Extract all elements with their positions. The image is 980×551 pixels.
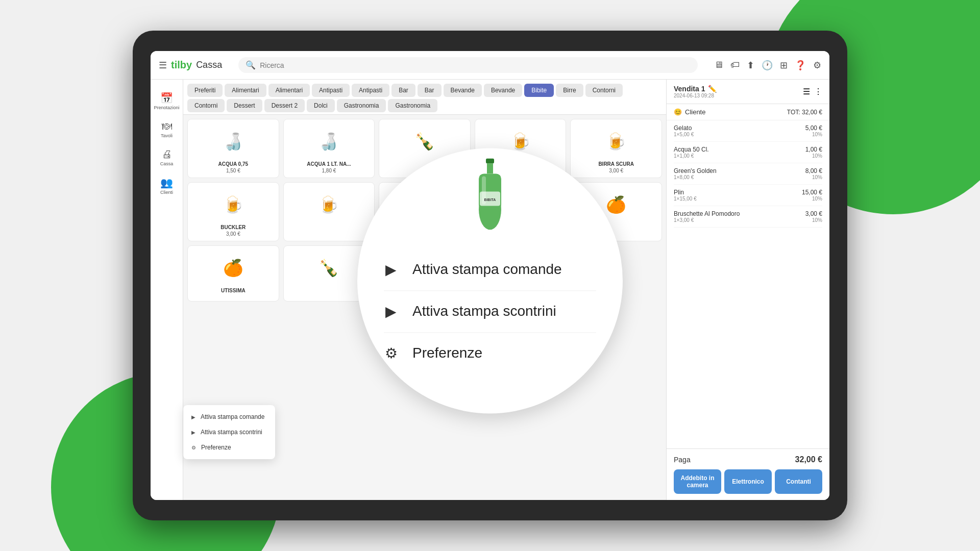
order-footer: Paga 32,00 € Addebito in camera Elettron…	[667, 448, 829, 500]
product-price-birra-scura: 3,00 €	[609, 168, 623, 173]
arrow-icon-1: ▶	[191, 414, 195, 420]
circle-menu-stampa-scontrini[interactable]: ▶ Attiva stampa scontrini	[357, 291, 623, 332]
tablet-device: ☰ tilby Cassa 🔍 🖥 🏷 ⬆ 🕐 ⊞ ❓ ⚙	[133, 31, 847, 520]
upload-icon[interactable]: ⬆	[747, 60, 754, 71]
help-icon[interactable]: ❓	[795, 60, 806, 71]
cat-dessert-1[interactable]: Dessert	[227, 99, 262, 112]
product-price-acqua1lt: 1,80 €	[322, 168, 336, 173]
tot-label: TOT: 32,00 €	[787, 109, 822, 116]
svg-rect-5	[480, 191, 500, 206]
cat-dessert-2[interactable]: Dessert 2	[264, 99, 305, 112]
left-sidebar: 📅 Prenotazioni 🍽 Tavoli 🖨 Cassa 👥 Client…	[151, 80, 183, 500]
search-bar[interactable]: 🔍	[238, 57, 698, 73]
cliente-label: 😊 Cliente	[674, 108, 705, 116]
printer-icon: 🖨	[162, 148, 172, 160]
cat-gastronomia-1[interactable]: Gastronomia	[337, 99, 386, 112]
circle-label-3: Preferenze	[412, 345, 482, 361]
cat-antipasti-1[interactable]: Antipasti	[312, 84, 350, 97]
order-header: Vendita 1 ✏️ 2024-06-13 09:28 ☰ ⋮	[667, 80, 829, 104]
item-name-bruschette: Bruschette Al Pomodoro	[674, 210, 740, 217]
product-buckler[interactable]: 🍺 BUCKLER 3,00 €	[187, 182, 279, 241]
dropdown-item-stampa-comande-small[interactable]: ▶ Attiva stampa comande	[183, 409, 275, 424]
order-item-plin[interactable]: Plin 1×15,00 € 15,00 € 10%	[674, 185, 822, 206]
cat-contorni-1[interactable]: Contorni	[585, 84, 623, 97]
order-more-icon[interactable]: ⋮	[814, 87, 822, 96]
item-detail-greens: 1×8,00 €	[674, 174, 717, 180]
sidebar-item-prenotazioni[interactable]: 📅 Prenotazioni	[153, 88, 181, 114]
grid-icon[interactable]: ⊞	[780, 60, 788, 71]
bottle-svg: BIBITA	[475, 158, 505, 230]
item-price-bruschette: 3,00 €	[805, 210, 822, 217]
hamburger-icon[interactable]: ☰	[159, 60, 167, 71]
cat-preferiti[interactable]: Preferiti	[187, 84, 223, 97]
item-tax-plin: 10%	[802, 196, 822, 202]
circle-menu-stampa-comande[interactable]: ▶ Attiva stampa comande	[357, 249, 623, 290]
item-tax-bruschette: 10%	[805, 217, 822, 223]
item-tax-greens: 10%	[805, 174, 822, 180]
sidebar-label-tavoli: Tavoli	[161, 133, 173, 138]
dropdown-label-1: Attiva stampa comande	[201, 413, 264, 420]
cat-bibite[interactable]: Bibite	[524, 84, 554, 97]
order-list-icon[interactable]: ☰	[803, 87, 810, 96]
product-img-buckler: 🍺	[218, 187, 249, 222]
cat-bar-2[interactable]: Bar	[418, 84, 442, 97]
product-img-birra-scura: 🍺	[601, 123, 631, 159]
cat-alimentari-1[interactable]: Alimentari	[225, 84, 266, 97]
product-price-acqua075: 1,50 €	[226, 168, 240, 173]
pay-btn-contanti[interactable]: Contanti	[775, 469, 822, 494]
cliente-text: Cliente	[685, 108, 705, 116]
top-bar-icons: 🖥 🏷 ⬆ 🕐 ⊞ ❓ ⚙	[714, 60, 821, 71]
svg-rect-4	[482, 176, 486, 204]
product-price-buckler: 3,00 €	[226, 231, 240, 237]
settings-icon[interactable]: ⚙	[813, 60, 821, 71]
dropdown-item-preferenze-small[interactable]: ⚙ Preferenze	[183, 440, 275, 455]
cat-birre[interactable]: Birre	[556, 84, 583, 97]
item-price-greens: 8,00 €	[805, 167, 822, 174]
cat-bar-1[interactable]: Bar	[391, 84, 415, 97]
product-7[interactable]: 🍺	[283, 182, 375, 241]
product-birra-scura[interactable]: 🍺 BIRRA SCURA 3,00 €	[570, 119, 662, 178]
product-img-7: 🍺	[313, 187, 344, 222]
cat-dolci[interactable]: Dolci	[307, 99, 335, 112]
clock-icon[interactable]: 🕐	[762, 60, 773, 71]
order-icons: ☰ ⋮	[803, 87, 822, 96]
cliente-row: 😊 Cliente TOT: 32,00 €	[667, 104, 829, 120]
pay-btn-room[interactable]: Addebito in camera	[674, 469, 721, 494]
order-item-greens[interactable]: Green's Golden 1×8,00 € 8,00 € 10%	[674, 163, 822, 185]
circle-menu-preferenze[interactable]: ⚙ Preferenze	[357, 333, 623, 374]
calendar-icon: 📅	[160, 92, 173, 104]
arrow-icon-2: ▶	[191, 430, 195, 435]
order-item-acqua[interactable]: Acqua 50 Cl. 1×1,00 € 1,00 € 10%	[674, 142, 822, 163]
sidebar-item-cassa[interactable]: 🖨 Cassa	[153, 144, 181, 170]
product-utissima[interactable]: 🍊 UTISSIMA	[187, 245, 279, 302]
sidebar-label-prenotazioni: Prenotazioni	[154, 105, 179, 110]
cat-gastronomia-2[interactable]: Gastronomia	[388, 99, 437, 112]
cat-bevande-1[interactable]: Bevande	[444, 84, 482, 97]
product-name-birra-scura: BIRRA SCURA	[598, 161, 634, 167]
product-acqua075[interactable]: 🍶 ACQUA 0,75 1,50 €	[187, 119, 279, 178]
cat-alimentari-2[interactable]: Alimentari	[268, 84, 310, 97]
dropdown-label-3: Preferenze	[201, 444, 231, 451]
item-tax-acqua: 10%	[805, 153, 822, 159]
sidebar-item-clienti[interactable]: 👥 Clienti	[153, 172, 181, 199]
monitor-icon[interactable]: 🖥	[714, 60, 723, 70]
order-item-gelato[interactable]: Gelato 1×5,00 € 5,00 € 10%	[674, 120, 822, 142]
product-acqua1lt[interactable]: 🍶 ACQUA 1 LT. NA... 1,80 €	[283, 119, 375, 178]
pay-btn-elettronico[interactable]: Elettronico	[724, 469, 772, 494]
play-icon-1: ▶	[382, 261, 400, 278]
search-input[interactable]	[260, 61, 691, 69]
item-name-greens: Green's Golden	[674, 167, 717, 174]
cat-bevande-2[interactable]: Bevande	[484, 84, 522, 97]
paga-row: Paga 32,00 €	[674, 455, 822, 464]
cat-antipasti-2[interactable]: Antipasti	[352, 84, 389, 97]
cat-contorni-2[interactable]: Contorni	[187, 99, 225, 112]
tag-icon[interactable]: 🏷	[730, 60, 740, 70]
sidebar-item-tavoli[interactable]: 🍽 Tavoli	[153, 116, 181, 142]
play-icon-2: ▶	[382, 303, 400, 320]
order-item-bruschette[interactable]: Bruschette Al Pomodoro 1×3,00 € 3,00 € 1…	[674, 206, 822, 228]
order-edit-icon[interactable]: ✏️	[708, 85, 717, 93]
product-name-acqua075: ACQUA 0,75	[218, 161, 249, 167]
dropdown-item-stampa-scontrini-small[interactable]: ▶ Attiva stampa scontrini	[183, 424, 275, 440]
gear-icon-circle: ⚙	[382, 345, 400, 362]
product-img-utissima: 🍊	[218, 250, 249, 286]
